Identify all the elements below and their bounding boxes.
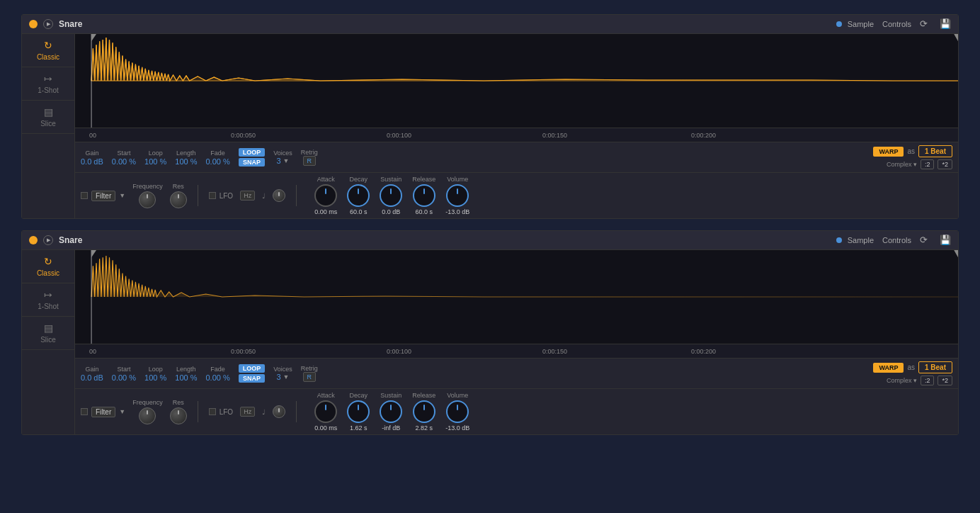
hz-button-1[interactable]: Hz bbox=[240, 191, 255, 201]
fade-group-2: Fade 0.00 % bbox=[205, 366, 229, 382]
waveform-section-2: 00 0:00:050 0:00:100 0:00:150 0:00:200 G… bbox=[75, 250, 958, 434]
controls-row-2: Gain 0.0 dB Start 0.00 % Loop 100 % Leng… bbox=[75, 358, 958, 388]
decay-label-2: Decay bbox=[349, 392, 368, 399]
release-group-1: Release 60.0 s bbox=[412, 176, 435, 215]
sample-tab-1[interactable]: Sample bbox=[848, 20, 874, 28]
voices-value-2[interactable]: 3 bbox=[276, 373, 280, 381]
res-group-1: Res bbox=[170, 183, 187, 208]
filter-checkbox-2[interactable] bbox=[81, 408, 88, 415]
div2-button-1[interactable]: :2 bbox=[921, 159, 935, 169]
gain-value-2[interactable]: 0.0 dB bbox=[81, 373, 103, 382]
controls-tab-2[interactable]: Controls bbox=[882, 236, 911, 244]
res-label-1: Res bbox=[173, 183, 184, 190]
volume-knob-1[interactable] bbox=[446, 184, 469, 207]
save-icon-1[interactable]: 💾 bbox=[940, 18, 951, 30]
lfo-rate-knob-2[interactable] bbox=[273, 405, 285, 418]
retrig-button-1[interactable]: R bbox=[303, 156, 317, 166]
length-value-1[interactable]: 100 % bbox=[175, 157, 197, 166]
loop-button-1[interactable]: LOOP bbox=[239, 148, 266, 157]
mode-classic-1[interactable]: ↻ Classic bbox=[22, 34, 74, 67]
loop-label-1: Loop bbox=[149, 150, 163, 157]
freq-knob-2[interactable] bbox=[139, 407, 156, 424]
warp-div-row-1: Complex ▾ :2 *2 bbox=[887, 159, 952, 169]
refresh-icon-2[interactable]: ⟳ bbox=[920, 235, 931, 246]
mode-slice-2[interactable]: ▤ Slice bbox=[22, 317, 74, 350]
voices-arrow-2[interactable]: ▼ bbox=[283, 373, 290, 380]
release-knob-2[interactable] bbox=[413, 400, 435, 423]
waveform-canvas-1[interactable] bbox=[75, 34, 958, 128]
loop-button-2[interactable]: LOOP bbox=[239, 364, 266, 373]
loop-value-1[interactable]: 100 % bbox=[144, 157, 166, 166]
sampler-body-1: ↻ Classic ↦ 1-Shot ▤ Slice bbox=[22, 34, 958, 218]
controls-tab-1[interactable]: Controls bbox=[882, 20, 911, 28]
release-knob-1[interactable] bbox=[413, 184, 435, 207]
play-button-2[interactable]: ▶ bbox=[43, 235, 53, 245]
complex-label-1[interactable]: Complex ▾ bbox=[887, 161, 917, 168]
decay-knob-1[interactable] bbox=[347, 184, 370, 207]
filter-dropdown-1[interactable]: Filter bbox=[91, 191, 115, 201]
waveform-canvas-2[interactable] bbox=[75, 250, 958, 344]
mode-slice-1[interactable]: ▤ Slice bbox=[22, 101, 74, 134]
warp-button-2[interactable]: WARP bbox=[873, 363, 904, 373]
mult2-button-2[interactable]: *2 bbox=[938, 376, 952, 385]
filter-dropdown-2[interactable]: Filter bbox=[91, 407, 115, 417]
mult2-button-1[interactable]: *2 bbox=[938, 159, 952, 169]
sampler-1: ▶ Snare Sample Controls ⟳ 💾 ↻ Classic ↦ … bbox=[21, 14, 959, 219]
filter-arrow-1[interactable]: ▼ bbox=[119, 192, 125, 199]
time-50-1: 0:00:050 bbox=[231, 132, 256, 139]
time-100-2: 0:00:100 bbox=[387, 348, 411, 355]
loop-snap-group-2: LOOP SNAP bbox=[239, 364, 266, 383]
decay-value-2: 1.62 s bbox=[350, 424, 368, 432]
status-dot-1 bbox=[836, 21, 842, 27]
lfo-checkbox-1[interactable] bbox=[209, 192, 216, 199]
filter-arrow-2[interactable]: ▼ bbox=[119, 408, 125, 415]
left-sidebar-2: ↻ Classic ↦ 1-Shot ▤ Slice bbox=[22, 250, 75, 434]
fade-value-1[interactable]: 0.00 % bbox=[205, 157, 229, 166]
save-icon-2[interactable]: 💾 bbox=[940, 235, 951, 246]
sustain-knob-1[interactable] bbox=[380, 184, 402, 207]
filter-group-1: Filter ▼ bbox=[81, 191, 125, 201]
attack-label-1: Attack bbox=[317, 176, 335, 183]
volume-value-1: -13.0 dB bbox=[445, 208, 469, 215]
time-100-1: 0:00:100 bbox=[387, 132, 411, 139]
snap-button-2[interactable]: SNAP bbox=[239, 374, 266, 383]
instrument-name-2: Snare bbox=[59, 235, 831, 245]
refresh-icon-1[interactable]: ⟳ bbox=[920, 18, 931, 30]
start-value-2[interactable]: 0.00 % bbox=[112, 373, 136, 382]
res-knob-2[interactable] bbox=[170, 407, 187, 424]
mode-oneshot-1[interactable]: ↦ 1-Shot bbox=[22, 67, 74, 101]
loop-value-2[interactable]: 100 % bbox=[144, 373, 166, 382]
retrig-button-2[interactable]: R bbox=[303, 372, 317, 382]
sample-tab-2[interactable]: Sample bbox=[848, 236, 874, 244]
beat-button-2[interactable]: 1 Beat bbox=[918, 361, 952, 373]
start-value-1[interactable]: 0.00 % bbox=[112, 157, 136, 166]
play-button-1[interactable]: ▶ bbox=[43, 19, 53, 29]
voices-value-1[interactable]: 3 bbox=[276, 157, 280, 165]
start-label-1: Start bbox=[117, 150, 130, 157]
warp-button-1[interactable]: WARP bbox=[873, 147, 904, 157]
decay-knob-2[interactable] bbox=[347, 400, 370, 423]
mode-oneshot-2[interactable]: ↦ 1-Shot bbox=[22, 283, 74, 317]
voices-arrow-1[interactable]: ▼ bbox=[283, 157, 290, 164]
volume-knob-2[interactable] bbox=[446, 400, 469, 423]
release-label-1: Release bbox=[412, 176, 435, 183]
complex-label-2[interactable]: Complex ▾ bbox=[887, 377, 917, 384]
div2-button-2[interactable]: :2 bbox=[921, 376, 935, 385]
sustain-knob-2[interactable] bbox=[380, 400, 402, 423]
filter-checkbox-1[interactable] bbox=[81, 192, 88, 199]
hz-button-2[interactable]: Hz bbox=[240, 407, 255, 417]
res-knob-1[interactable] bbox=[170, 191, 187, 208]
attack-knob-1[interactable] bbox=[314, 184, 337, 207]
length-value-2[interactable]: 100 % bbox=[175, 373, 197, 382]
mode-classic-2[interactable]: ↻ Classic bbox=[22, 250, 74, 283]
freq-knob-1[interactable] bbox=[139, 191, 156, 208]
attack-knob-2[interactable] bbox=[314, 400, 337, 423]
lfo-checkbox-2[interactable] bbox=[209, 408, 216, 415]
lfo-rate-knob-1[interactable] bbox=[273, 189, 285, 202]
beat-button-1[interactable]: 1 Beat bbox=[918, 145, 952, 157]
freq-label-2: Frequency bbox=[132, 399, 163, 406]
snap-button-1[interactable]: SNAP bbox=[239, 158, 266, 167]
start-group-1: Start 0.00 % bbox=[112, 150, 136, 166]
gain-value-1[interactable]: 0.0 dB bbox=[81, 157, 103, 166]
fade-value-2[interactable]: 0.00 % bbox=[205, 373, 229, 382]
